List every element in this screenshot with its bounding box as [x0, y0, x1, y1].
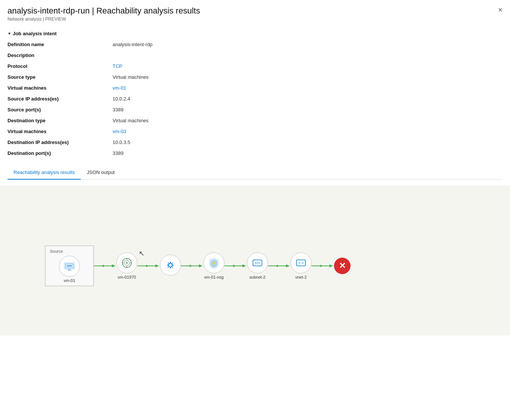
node-label-subnet-2: subnet-2	[250, 275, 266, 279]
vm-icon	[63, 260, 76, 273]
svg-marker-36	[319, 265, 322, 267]
arrow-6	[311, 262, 334, 270]
close-button[interactable]: ×	[498, 6, 502, 14]
page-title: analysis-intent-rdp-run | Reachability a…	[8, 6, 502, 16]
node-label-vm-01-nsg: vm-01-nsg	[204, 275, 224, 279]
settings-icon	[164, 258, 177, 272]
arrow-4	[224, 262, 247, 270]
node-circle-settings	[160, 255, 181, 276]
section-title: ▼ Job analysis intent	[8, 31, 502, 36]
node-label-vnet-2: vnet-2	[295, 275, 307, 279]
arrow-1	[94, 262, 116, 270]
vnet-icon: <·>	[294, 256, 308, 270]
node-settings	[160, 255, 181, 277]
field-label-protocol: Protocol	[8, 63, 113, 70]
svg-rect-3	[67, 265, 72, 267]
diagram-flow: Source vm-01	[45, 246, 351, 286]
svg-rect-4	[68, 269, 71, 270]
info-table: Definition name analysis-intent-rdp Desc…	[8, 41, 502, 157]
tab-json-output[interactable]: JSON output	[81, 166, 120, 180]
main-content: ▼ Job analysis intent Definition name an…	[0, 25, 510, 186]
field-label-description: Description	[8, 52, 113, 59]
svg-marker-18	[145, 265, 148, 267]
field-label-destination-type: Destination type	[8, 117, 113, 124]
node-circle-vnet-2: <·>	[290, 252, 311, 273]
section-title-text: Job analysis intent	[13, 31, 57, 36]
source-box: Source vm-01	[45, 246, 94, 286]
node-vm-01: vm-01	[59, 256, 80, 283]
field-value-source-type: Virtual machines	[113, 74, 502, 81]
field-value-dest-ip: 10.0.3.5	[113, 139, 502, 146]
field-label-dest-ip: Destination IP address(es)	[8, 139, 113, 146]
svg-marker-22	[189, 265, 192, 267]
svg-rect-5	[67, 270, 72, 271]
field-value-definition-name: analysis-intent-rdp	[113, 41, 502, 48]
source-label: Source	[48, 249, 63, 254]
field-label-dest-port: Destination port(s)	[8, 150, 113, 157]
svg-marker-17	[155, 264, 159, 267]
field-value-protocol[interactable]: TCP	[113, 63, 502, 70]
svg-marker-8	[102, 265, 105, 267]
field-label-dest-vms: Virtual machines	[8, 128, 113, 135]
svg-point-11	[126, 262, 128, 264]
node-vm-01-nsg: ⚡ vm-01-nsg	[203, 252, 224, 279]
svg-marker-26	[232, 265, 235, 267]
field-value-source-ip: 10.0.2.4	[113, 95, 502, 102]
svg-marker-31	[276, 265, 279, 267]
svg-text:⚡: ⚡	[211, 261, 217, 266]
field-value-dest-port: 3389	[113, 150, 502, 157]
node-vnet-2: <·> vnet-2	[290, 252, 311, 279]
field-label-source-type: Source type	[8, 74, 113, 81]
arrow-3	[181, 262, 203, 270]
field-label-definition-name: Definition name	[8, 41, 113, 48]
node-circle-vm-01	[59, 256, 80, 277]
tab-reachability[interactable]: Reachability analysis results	[8, 166, 81, 180]
page-subtitle: Network analysis | PREVIEW	[8, 16, 502, 22]
page-header: analysis-intent-rdp-run | Reachability a…	[0, 0, 510, 25]
tab-bar: Reachability analysis results JSON outpu…	[8, 166, 502, 180]
node-circle-subnet-2: </>	[247, 252, 268, 273]
field-value-dest-vms[interactable]: vm-03	[113, 128, 502, 135]
field-label-source-port: Source port(s)	[8, 106, 113, 113]
nsg-icon: ⚡	[207, 256, 221, 270]
node-circle-vm-01-nsg: ⚡	[203, 252, 224, 273]
node-label-vm-01970: vm-01970	[118, 275, 136, 279]
error-icon: ✕	[339, 261, 346, 271]
node-vm-01970: vm-01970	[116, 252, 137, 279]
arrow-2	[137, 262, 160, 270]
svg-marker-21	[199, 264, 203, 267]
error-circle: ✕	[334, 258, 351, 274]
field-value-source-port: 3389	[113, 106, 502, 113]
diagram-area: ↖ Source vm-01	[0, 186, 510, 336]
node-circle-vm-01970	[116, 252, 137, 273]
node-label-vm-01: vm-01	[64, 278, 75, 283]
node-subnet-2: </> subnet-2	[247, 252, 268, 279]
svg-marker-25	[242, 264, 246, 267]
arrow-5	[268, 262, 290, 270]
field-value-description	[113, 52, 502, 59]
field-label-source-ip: Source IP address(es)	[8, 95, 113, 102]
collapse-triangle[interactable]: ▼	[8, 32, 11, 36]
node-error: ✕	[334, 258, 351, 274]
svg-text:<·>: <·>	[298, 261, 304, 265]
svg-marker-7	[112, 264, 116, 267]
svg-marker-30	[286, 264, 290, 267]
field-value-source-vms[interactable]: vm-01	[113, 84, 502, 92]
nic-icon	[120, 256, 134, 270]
field-label-source-vms: Virtual machines	[8, 84, 113, 92]
svg-point-19	[168, 263, 172, 267]
svg-marker-35	[329, 264, 333, 267]
svg-text:</>: </>	[255, 261, 260, 265]
field-value-destination-type: Virtual machines	[113, 117, 502, 124]
subnet-icon: </>	[251, 256, 264, 270]
